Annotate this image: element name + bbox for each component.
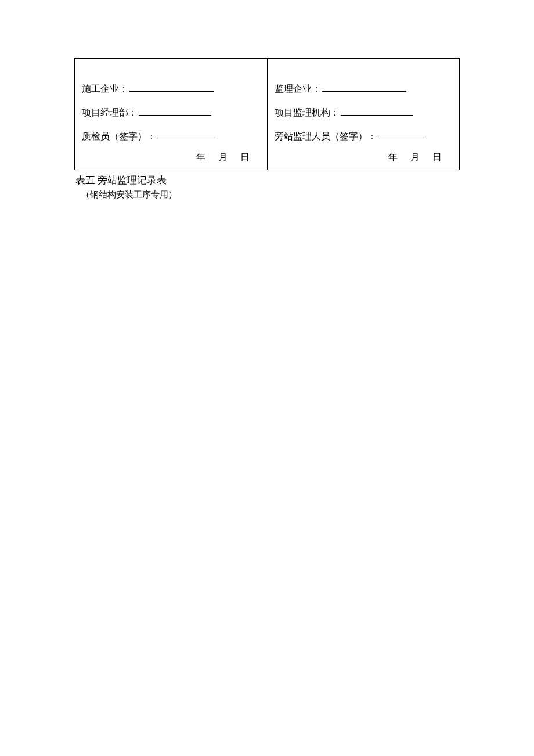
project-dept-label: 项目经理部： — [82, 107, 138, 117]
left-day-label: 日 — [240, 152, 250, 162]
footer-title: 表五 旁站监理记录表 — [74, 174, 460, 187]
supervision-org-label: 项目监理机构： — [275, 107, 340, 117]
standby-supervisor-label: 旁站监理人员（签字）： — [275, 131, 377, 141]
supervision-org-row: 项目监理机构： — [275, 105, 453, 121]
supervision-company-row: 监理企业： — [275, 81, 453, 98]
project-dept-blank[interactable] — [139, 106, 211, 116]
construction-company-row: 施工企业： — [82, 81, 260, 98]
inspector-label: 质检员（签字）： — [82, 131, 156, 141]
construction-company-label: 施工企业： — [82, 84, 128, 93]
right-date-row: 年 月 日 — [275, 152, 453, 164]
inspector-blank[interactable] — [157, 130, 215, 139]
right-month-label: 月 — [410, 152, 420, 162]
footer-subtitle: （钢结构安装工序专用） — [74, 189, 460, 200]
right-year-label: 年 — [388, 152, 398, 162]
supervision-company-label: 监理企业： — [275, 84, 321, 93]
left-date-row: 年 月 日 — [82, 152, 260, 164]
project-dept-row: 项目经理部： — [82, 105, 260, 121]
inspector-row: 质检员（签字）： — [82, 128, 260, 145]
left-year-label: 年 — [196, 152, 205, 162]
standby-supervisor-blank[interactable] — [378, 130, 424, 139]
standby-supervisor-row: 旁站监理人员（签字）： — [275, 128, 453, 145]
right-cell: 监理企业： 项目监理机构： 旁站监理人员（签字）： 年 月 日 — [267, 59, 460, 170]
right-day-label: 日 — [432, 152, 442, 162]
left-month-label: 月 — [218, 152, 228, 162]
signature-table: 施工企业： 项目经理部： 质检员（签字）： 年 月 日 监理企业： 项目监理机构… — [74, 58, 460, 170]
left-cell: 施工企业： 项目经理部： 质检员（签字）： 年 月 日 — [75, 59, 268, 170]
supervision-company-blank[interactable] — [322, 82, 406, 92]
construction-company-blank[interactable] — [129, 82, 214, 92]
supervision-org-blank[interactable] — [341, 106, 413, 116]
